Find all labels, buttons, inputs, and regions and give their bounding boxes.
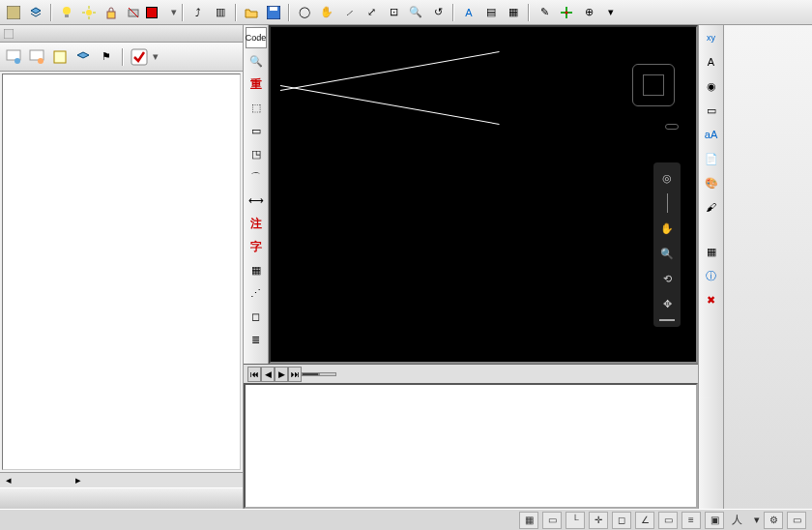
- measure-icon[interactable]: ⟋: [339, 3, 359, 22]
- freeze-icon[interactable]: [50, 47, 70, 67]
- save-icon[interactable]: [264, 3, 283, 22]
- hscroll[interactable]: ◂▸: [0, 472, 243, 487]
- svg-point-3: [86, 10, 92, 15]
- zoom-extent-icon[interactable]: ⤢: [362, 3, 381, 22]
- snap-icon[interactable]: ⊕: [579, 3, 598, 22]
- text-a-icon[interactable]: A: [701, 51, 722, 73]
- sb-obj-icon[interactable]: ◻: [612, 512, 631, 529]
- svg-rect-8: [107, 12, 115, 18]
- svg-point-13: [566, 11, 568, 14]
- brush-icon[interactable]: 🖌: [701, 196, 722, 218]
- main-toolbar: ▾ ⤴ ▥ ◯ ✋ ⟋ ⤢ ⊡ 🔍 ↺ A ▤ ▦ ✎ ⊕ ▾: [0, 0, 812, 25]
- svg-point-16: [14, 58, 20, 64]
- lock-icon[interactable]: [102, 3, 121, 22]
- svg-point-1: [63, 7, 71, 15]
- share-icon[interactable]: ⤴: [188, 3, 208, 22]
- drawing-canvas[interactable]: ◎ ✋ 🔍 ⟲ ✥: [269, 25, 698, 364]
- palette-icon[interactable]: 🎨: [701, 172, 722, 193]
- zoom-in-icon[interactable]: 🔍: [406, 3, 425, 22]
- doc-icon[interactable]: ▤: [481, 3, 501, 22]
- sb-max-icon[interactable]: ▭: [787, 512, 806, 529]
- chevron-down-icon[interactable]: ▾: [601, 3, 621, 22]
- status-bar: ▦ ▭ └ ✛ ◻ ∠ ▭ ≡ ▣ 人 ▾ ⚙ ▭: [0, 509, 812, 530]
- sb-track-icon[interactable]: ∠: [635, 512, 654, 529]
- sel-circle-icon[interactable]: ◉: [701, 75, 722, 97]
- grid2-icon[interactable]: ▦: [701, 241, 722, 262]
- tab-layout1[interactable]: [319, 372, 336, 376]
- nodes-icon[interactable]: ⋰: [246, 282, 267, 304]
- check-icon[interactable]: [130, 47, 149, 67]
- orbit3d-icon[interactable]: ✥: [657, 294, 677, 313]
- zoom-prev-icon[interactable]: ↺: [428, 3, 448, 22]
- sb-model-icon[interactable]: ▣: [705, 512, 724, 529]
- tab-prev-icon[interactable]: ◀: [261, 367, 275, 382]
- panel-toolbar: ⚑ ▾: [0, 43, 243, 72]
- pen-icon[interactable]: ✎: [535, 3, 554, 22]
- info-icon[interactable]: ⓘ: [701, 265, 722, 286]
- tab-model[interactable]: [302, 372, 319, 376]
- sb-polar-icon[interactable]: ✛: [589, 512, 608, 529]
- center-area: Code 🔍 重 ⬚ ▭ ◳ ⌒ ⟷ 注 字 ▦ ⋰ ◻ ≣: [244, 25, 698, 509]
- wheel-icon[interactable]: ◎: [657, 168, 677, 188]
- sb-snap-icon[interactable]: ▭: [542, 512, 562, 529]
- right-panel: [723, 25, 812, 509]
- list-icon[interactable]: ≣: [246, 329, 267, 350]
- bulb-on-icon[interactable]: [57, 3, 76, 22]
- xy-icon[interactable]: xy: [701, 27, 722, 48]
- zoom-nav-icon[interactable]: 🔍: [657, 244, 677, 263]
- move-icon[interactable]: [557, 3, 576, 22]
- grid-icon[interactable]: ▦: [504, 3, 523, 22]
- note-label: 注: [246, 213, 267, 234]
- orbit-icon[interactable]: ⟲: [657, 269, 677, 288]
- sun-icon[interactable]: [79, 3, 99, 22]
- svg-rect-19: [54, 51, 66, 63]
- print-disable-icon[interactable]: [124, 3, 143, 22]
- pan-hand-icon[interactable]: ✋: [317, 3, 336, 22]
- sb-grid-icon[interactable]: ▦: [519, 512, 538, 529]
- lasso-icon[interactable]: ◯: [295, 3, 314, 22]
- svg-rect-14: [4, 29, 14, 39]
- delete-x-icon[interactable]: ✖: [701, 289, 722, 310]
- text-label: 字: [246, 236, 267, 257]
- dash-rect-icon[interactable]: ▭: [246, 120, 267, 141]
- box-icon[interactable]: ◻: [246, 306, 267, 327]
- open-icon[interactable]: [242, 3, 261, 22]
- menu-icon[interactable]: [4, 3, 23, 22]
- wcs-badge[interactable]: [665, 124, 679, 130]
- tab-last-icon[interactable]: ⏭: [288, 367, 302, 382]
- font-icon[interactable]: aA: [701, 124, 722, 145]
- filter2-icon[interactable]: [27, 47, 46, 67]
- sb-lwt-icon[interactable]: ≡: [682, 512, 701, 529]
- main-area: ⚑ ▾ ◂▸ Code 🔍 重 ⬚ ▭ ◳ ⌒ ⟷ 注 字 ▦: [0, 25, 812, 509]
- svg-rect-20: [131, 49, 147, 65]
- stack-icon[interactable]: [73, 47, 93, 67]
- pan-icon[interactable]: ✋: [657, 219, 677, 238]
- arc-tool-icon[interactable]: ⌒: [246, 166, 267, 188]
- sb-dyn-icon[interactable]: ▭: [658, 512, 678, 529]
- mirror-icon[interactable]: ⟷: [246, 190, 267, 211]
- svg-rect-2: [65, 15, 69, 17]
- svg-rect-12: [270, 7, 277, 11]
- command-window[interactable]: [244, 383, 698, 509]
- layers-stack-icon[interactable]: [26, 3, 45, 22]
- tab-next-icon[interactable]: ▶: [275, 367, 288, 382]
- type-icon[interactable]: 📄: [701, 148, 722, 169]
- sb-ortho-icon[interactable]: └: [566, 512, 585, 529]
- sel-rect-icon[interactable]: ▭: [701, 100, 722, 121]
- panel-tabs: [0, 487, 243, 509]
- book-icon[interactable]: ▥: [211, 3, 230, 22]
- table-icon[interactable]: ▦: [246, 259, 267, 280]
- panel-header[interactable]: [0, 25, 243, 43]
- filter1-icon[interactable]: [4, 47, 23, 67]
- a-icon[interactable]: A: [459, 3, 478, 22]
- zoom-window-icon[interactable]: ⊡: [384, 3, 403, 22]
- sb-gear-icon[interactable]: ⚙: [764, 512, 783, 529]
- unselect-icon[interactable]: ⬚: [246, 97, 267, 118]
- tab-first-icon[interactable]: ⏮: [247, 367, 261, 382]
- code-btn[interactable]: Code: [246, 27, 267, 48]
- compass-widget[interactable]: [624, 56, 682, 114]
- flag-icon[interactable]: ⚑: [97, 47, 116, 67]
- corner-icon[interactable]: ◳: [246, 143, 267, 164]
- layer-tree[interactable]: [2, 74, 241, 470]
- zoom-tool-icon[interactable]: 🔍: [246, 50, 267, 72]
